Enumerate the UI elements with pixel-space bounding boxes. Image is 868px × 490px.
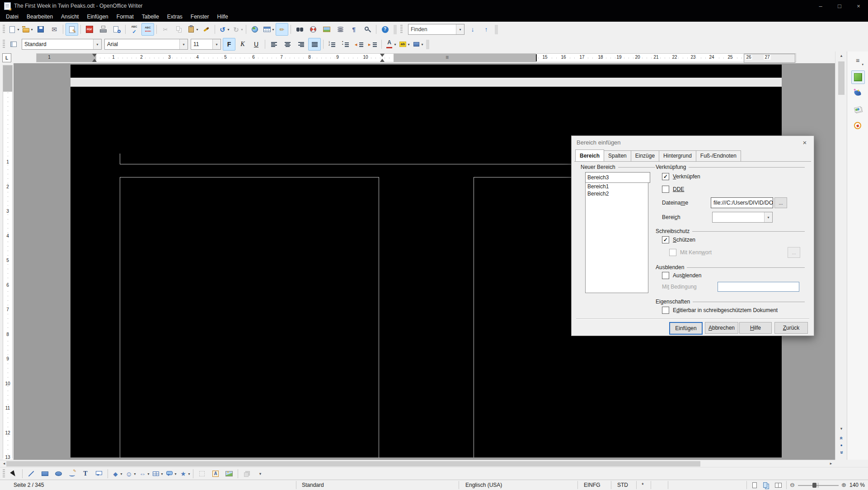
sidebar-gallery[interactable] (851, 87, 864, 99)
stars-dropdown-icon[interactable]: ▾ (188, 472, 190, 476)
tab-type-selector[interactable]: L (2, 53, 11, 62)
tab-spalten[interactable]: Spalten (604, 150, 631, 161)
zoom-slider-track[interactable] (798, 485, 839, 486)
open-button[interactable]: ▾ (21, 23, 33, 36)
navigation-dot-button[interactable]: • (835, 442, 847, 448)
close-button[interactable]: × (849, 0, 868, 12)
dialog-titlebar[interactable]: Bereich einfügen × (572, 136, 814, 149)
numbered-list-button[interactable] (326, 38, 338, 51)
horizontal-scrollbar-thumb[interactable] (6, 461, 700, 467)
symbol-shapes-button[interactable]: ☺▾ (124, 467, 136, 480)
page-indicator[interactable]: Seite 2 / 345 (14, 482, 44, 488)
background-color-button[interactable]: ▾ (411, 38, 424, 51)
zoom-out-button[interactable]: ⊖ (790, 481, 795, 488)
menu-einfügen[interactable]: Einfügen (83, 12, 112, 21)
font-color-button[interactable]: ▾ (384, 38, 397, 51)
save-button[interactable] (34, 23, 47, 36)
vertical-scrollbar[interactable]: ▴ ▾ « • « (835, 51, 847, 460)
vertical-ruler[interactable]: 12345678910111213 (3, 65, 13, 458)
list-item[interactable]: Bereich1 (586, 183, 648, 190)
page-preview-button[interactable] (110, 23, 123, 36)
horizontal-scrollbar[interactable]: ◂ ▸ (0, 460, 835, 467)
table-dropdown-icon[interactable]: ▾ (272, 28, 274, 32)
tab-fuß-/endnoten[interactable]: Fuß-/Endnoten (696, 150, 741, 161)
menu-datei[interactable]: Datei (2, 12, 23, 21)
increase-indent-button[interactable] (366, 38, 379, 51)
data-sources-button[interactable] (334, 23, 347, 36)
dde-checkbox[interactable] (662, 186, 669, 193)
hyperlink-button[interactable] (249, 23, 261, 36)
menu-fenster[interactable]: Fenster (187, 12, 213, 21)
zoom-level[interactable]: 140 % (849, 482, 865, 488)
sidebar-media[interactable] (851, 103, 864, 116)
align-center-button[interactable] (281, 38, 294, 51)
paste-button[interactable]: ▾ (186, 23, 199, 36)
rectangle-button[interactable] (38, 467, 51, 480)
selection-mode-indicator[interactable]: STD (617, 482, 628, 488)
background-color-dropdown-icon[interactable]: ▾ (421, 42, 423, 47)
minimize-button[interactable]: – (811, 0, 830, 12)
verknuepfen-checkbox[interactable] (662, 173, 669, 180)
next-page-button[interactable]: « (835, 449, 847, 456)
edit-file-button[interactable] (66, 23, 78, 36)
bullet-list-button[interactable] (339, 38, 352, 51)
sidebar-properties[interactable] (851, 70, 865, 84)
menu-bearbeiten[interactable]: Bearbeiten (23, 12, 57, 21)
styles-panel-button[interactable] (7, 38, 20, 51)
line-button[interactable] (25, 467, 38, 480)
find-previous-button[interactable]: ↑ (480, 23, 493, 36)
section-listbox[interactable]: Bereich1Bereich2 (585, 182, 648, 293)
callout-button[interactable] (93, 467, 105, 480)
ellipse-button[interactable] (52, 467, 65, 480)
format-paintbrush-button[interactable] (200, 23, 212, 36)
table-button[interactable]: ▾ (262, 23, 275, 36)
scroll-right-icon[interactable]: ▸ (828, 461, 834, 466)
zoom-in-button[interactable]: ⊕ (841, 481, 846, 488)
callouts-dropdown-icon[interactable]: ▾ (174, 472, 176, 476)
fontwork-gallery-button[interactable] (209, 467, 222, 480)
browse-file-button[interactable]: ... (774, 197, 787, 208)
einfgen-button[interactable]: Einfügen (669, 322, 703, 335)
highlighting-button[interactable]: ▾ (398, 38, 410, 51)
sidebar-menu[interactable]: ≡ (851, 54, 864, 67)
bold-button[interactable]: F (223, 38, 235, 51)
flowchart-dropdown-icon[interactable]: ▾ (161, 472, 163, 476)
basic-shapes-dropdown-icon[interactable]: ▾ (120, 472, 122, 476)
indent-marker-icon[interactable] (92, 54, 97, 62)
previous-page-button[interactable]: « (835, 435, 847, 441)
insert-mode-indicator[interactable]: EINFG (584, 482, 601, 488)
indent-marker-icon[interactable] (380, 54, 385, 62)
freeform-line-button[interactable] (66, 467, 78, 480)
abbrechen-button[interactable]: Abbrechen (705, 322, 738, 334)
italic-button[interactable]: K (236, 38, 249, 51)
tab-bereich[interactable]: Bereich (575, 149, 604, 161)
paste-dropdown-icon[interactable]: ▾ (196, 28, 198, 32)
font-size-select[interactable]: 11 ▾ (191, 39, 221, 50)
sidebar-navigator[interactable] (851, 119, 864, 132)
hilfe-button[interactable]: Hilfe (739, 322, 772, 334)
language-indicator[interactable]: Englisch (USA) (465, 482, 502, 488)
export-pdf-button[interactable] (83, 23, 96, 36)
maximize-button[interactable]: □ (830, 0, 849, 12)
symbol-shapes-dropdown-icon[interactable]: ▾ (134, 472, 136, 476)
navigator-button[interactable] (307, 23, 319, 36)
stars-button[interactable]: ★▾ (178, 467, 191, 480)
autospellcheck-button[interactable] (141, 23, 154, 36)
picture-from-file-button[interactable] (223, 467, 235, 480)
gallery-button[interactable] (320, 23, 333, 36)
new-document-dropdown-icon[interactable]: ▾ (17, 28, 19, 32)
close-icon[interactable]: × (796, 139, 814, 146)
decrease-indent-button[interactable] (353, 38, 366, 51)
section-select[interactable]: ▾ (712, 212, 773, 223)
highlighting-dropdown-icon[interactable]: ▾ (408, 42, 409, 47)
schuetzen-checkbox[interactable] (662, 236, 669, 243)
undo-button[interactable]: ↺▾ (217, 23, 230, 36)
scroll-up-icon[interactable]: ▴ (835, 53, 847, 58)
print-button[interactable] (97, 23, 109, 36)
book-view-button[interactable] (773, 481, 784, 490)
editierbar-checkbox[interactable] (662, 307, 669, 314)
find-input[interactable]: Finden ▾ (408, 24, 464, 35)
tab-einzüge[interactable]: Einzüge (631, 150, 659, 161)
ausblenden-checkbox[interactable] (662, 272, 669, 279)
flowchart-button[interactable]: ▾ (151, 467, 164, 480)
